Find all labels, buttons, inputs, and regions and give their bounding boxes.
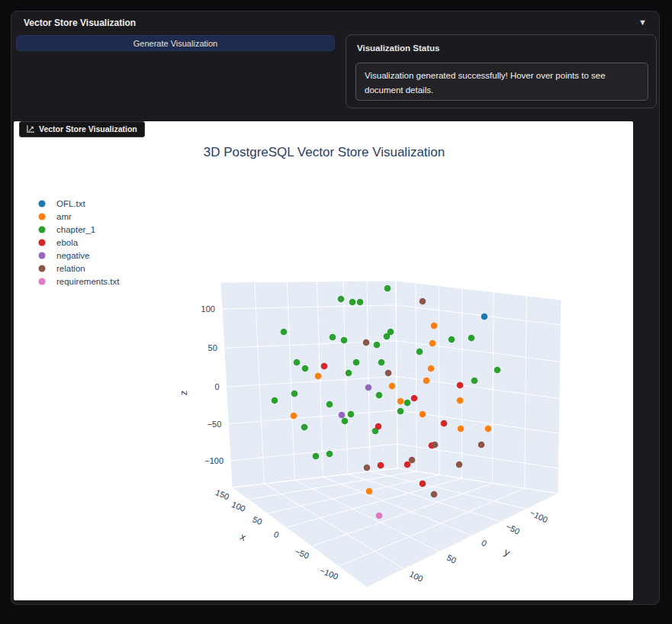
- data-point[interactable]: [457, 397, 464, 404]
- data-point[interactable]: [321, 363, 328, 370]
- data-point[interactable]: [357, 299, 364, 306]
- legend-marker-icon: [39, 265, 46, 272]
- data-point[interactable]: [366, 488, 373, 495]
- plot-canvas[interactable]: 100500−50−100150100500−50−100100500−50−1…: [14, 121, 633, 600]
- data-point[interactable]: [365, 384, 372, 391]
- data-point[interactable]: [338, 296, 345, 303]
- x-axis-tick: 150: [214, 487, 231, 501]
- legend-marker-icon: [39, 278, 46, 285]
- data-point[interactable]: [457, 382, 464, 389]
- data-point[interactable]: [374, 342, 381, 349]
- status-group: Visualization Status Visualization gener…: [346, 34, 657, 108]
- data-point[interactable]: [291, 413, 297, 420]
- y-axis-tick: −100: [529, 508, 550, 525]
- data-point[interactable]: [294, 359, 301, 366]
- legend-label: requirements.txt: [56, 277, 120, 286]
- generate-visualization-button[interactable]: Generate Visualization: [16, 35, 335, 51]
- data-point[interactable]: [411, 395, 418, 402]
- data-point[interactable]: [363, 339, 370, 346]
- data-point[interactable]: [471, 378, 478, 384]
- data-point[interactable]: [485, 426, 492, 433]
- plot-title: 3D PostgreSQL Vector Store Visualization: [204, 145, 445, 159]
- legend-item[interactable]: relation: [39, 264, 85, 273]
- data-point[interactable]: [420, 411, 426, 418]
- data-point[interactable]: [478, 442, 485, 449]
- data-point[interactable]: [404, 400, 411, 407]
- data-point[interactable]: [431, 491, 438, 498]
- y-axis-tick: 50: [445, 553, 458, 565]
- data-point[interactable]: [481, 314, 488, 320]
- data-point[interactable]: [326, 401, 333, 408]
- data-point[interactable]: [349, 299, 356, 306]
- data-point[interactable]: [431, 323, 438, 330]
- legend-label: relation: [56, 264, 85, 273]
- data-point[interactable]: [281, 329, 288, 336]
- legend-item[interactable]: chapter_1: [39, 225, 96, 234]
- data-point[interactable]: [385, 370, 392, 377]
- data-point[interactable]: [423, 378, 430, 384]
- legend-label: ebola: [56, 238, 79, 247]
- legend-label: chapter_1: [56, 225, 95, 234]
- z-axis-tick: 50: [208, 343, 217, 352]
- data-point[interactable]: [389, 383, 396, 390]
- legend-marker-icon: [39, 252, 46, 259]
- legend-item[interactable]: negative: [39, 251, 90, 260]
- scatter-chart-icon: [26, 124, 35, 133]
- data-point[interactable]: [397, 398, 404, 405]
- scene-left-wall: [220, 281, 397, 487]
- legend-item[interactable]: OFL.txt: [39, 199, 86, 208]
- data-point[interactable]: [449, 336, 455, 343]
- x-axis-tick: 100: [230, 500, 247, 513]
- data-point[interactable]: [376, 513, 383, 519]
- legend-item[interactable]: ebola: [39, 238, 79, 247]
- data-point[interactable]: [353, 359, 360, 366]
- legend-item[interactable]: amr: [39, 212, 72, 221]
- data-point[interactable]: [384, 333, 391, 340]
- data-point[interactable]: [420, 298, 426, 305]
- app-container: Vector Store Visualization ▼ Generate Vi…: [11, 11, 660, 605]
- y-axis-tick: −50: [504, 522, 521, 536]
- data-point[interactable]: [429, 340, 436, 347]
- data-point[interactable]: [272, 397, 278, 404]
- data-point[interactable]: [339, 412, 346, 419]
- accordion-collapse-icon[interactable]: ▼: [638, 18, 647, 27]
- accordion-title: Vector Store Visualization: [24, 18, 136, 28]
- data-point[interactable]: [420, 481, 426, 487]
- data-point[interactable]: [330, 334, 336, 341]
- x-axis-tick: −100: [319, 566, 339, 581]
- data-point[interactable]: [301, 424, 308, 431]
- data-point[interactable]: [432, 442, 439, 449]
- data-point[interactable]: [348, 411, 355, 418]
- data-point[interactable]: [326, 451, 333, 458]
- data-point[interactable]: [384, 285, 391, 292]
- data-point[interactable]: [291, 391, 298, 397]
- status-message: Visualization generated successfully! Ho…: [355, 63, 648, 101]
- z-axis-tick: 0: [215, 382, 220, 391]
- data-point[interactable]: [441, 420, 448, 427]
- data-point[interactable]: [456, 462, 463, 468]
- data-point[interactable]: [409, 457, 416, 464]
- data-point[interactable]: [416, 349, 423, 355]
- data-point[interactable]: [378, 359, 385, 366]
- data-point[interactable]: [378, 462, 384, 469]
- legend-item[interactable]: requirements.txt: [39, 277, 121, 286]
- x-axis-tick: 50: [252, 514, 264, 526]
- data-point[interactable]: [468, 335, 475, 342]
- data-point[interactable]: [315, 373, 322, 380]
- data-point[interactable]: [364, 465, 371, 471]
- y-axis-title: y: [503, 546, 513, 559]
- data-point[interactable]: [341, 337, 348, 344]
- data-point[interactable]: [397, 408, 404, 415]
- legend-marker-icon: [39, 201, 46, 207]
- data-point[interactable]: [375, 423, 382, 430]
- data-point[interactable]: [342, 418, 349, 425]
- data-point[interactable]: [346, 370, 352, 377]
- data-point[interactable]: [313, 453, 320, 460]
- data-point[interactable]: [302, 365, 309, 372]
- scene-right-wall: [396, 281, 561, 494]
- data-point[interactable]: [376, 392, 383, 399]
- x-axis-title: x: [239, 531, 248, 544]
- data-point[interactable]: [494, 367, 501, 374]
- data-point[interactable]: [458, 426, 465, 433]
- data-point[interactable]: [428, 365, 435, 372]
